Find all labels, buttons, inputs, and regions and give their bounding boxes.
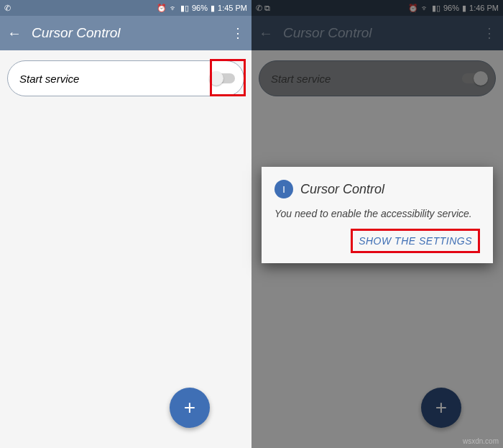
dialog-avatar-letter: I [282,184,285,195]
watermark: wsxdn.com [463,437,499,445]
status-system-icons: ⏰ ᯤ ▮▯ 96% ▮ 1:45 PM [157,4,247,13]
dialog-app-icon: I [274,180,293,198]
plus-icon: + [184,396,195,419]
whatsapp-icon: ✆ [4,4,11,13]
show-settings-button[interactable]: SHOW THE SETTINGS [353,231,478,251]
dialog-header: I Cursor Control [274,180,480,198]
signal-icon: ▮▯ [180,4,189,13]
status-notification-icons: ✆ [4,4,11,13]
accessibility-dialog: I Cursor Control You need to enable the … [262,167,493,263]
wifi-icon: ᯤ [170,4,177,12]
app-title: Cursor Control [32,25,221,41]
dialog-actions: SHOW THE SETTINGS [274,229,480,253]
battery-percent: 96% [192,4,208,12]
start-service-toggle[interactable] [211,73,235,83]
content-area: Start service [0,50,251,448]
clock: 1:45 PM [218,4,247,12]
highlight-box-button: SHOW THE SETTINGS [351,229,480,253]
dialog-message: You need to enable the accessibility ser… [274,207,480,221]
phone-right: ✆ ⧉ ⏰ ᯤ ▮▯ 96% ▮ 1:46 PM ← Cursor Contro… [251,0,503,448]
overflow-menu-icon[interactable]: ⋮ [231,27,244,40]
alarm-icon: ⏰ [157,4,167,13]
back-icon[interactable]: ← [7,26,22,40]
dialog-title: Cursor Control [300,182,384,197]
battery-icon: ▮ [211,4,215,13]
fab-add[interactable]: + [170,388,210,428]
start-service-card[interactable]: Start service [7,60,244,96]
statusbar: ✆ ⏰ ᯤ ▮▯ 96% ▮ 1:45 PM [0,0,251,16]
phone-left: ✆ ⏰ ᯤ ▮▯ 96% ▮ 1:45 PM ← Cursor Control … [0,0,251,448]
start-service-label: Start service [19,73,211,85]
appbar: ← Cursor Control ⋮ [0,16,251,50]
